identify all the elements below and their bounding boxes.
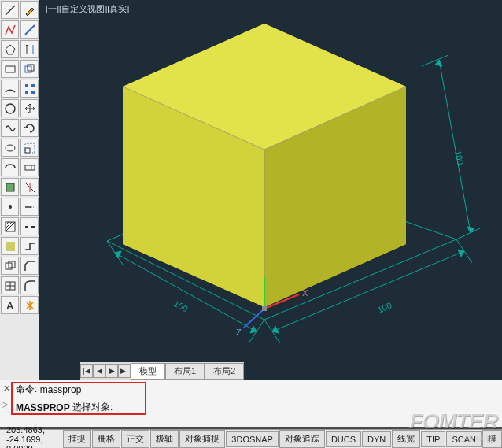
cmd-prompt-icon: ▷ [2,399,13,410]
tool-hatch[interactable] [1,217,19,235]
svg-marker-42 [115,251,121,258]
svg-rect-24 [31,91,35,94]
tool-text[interactable]: A [1,296,19,314]
cmd-text: massprop [40,384,82,395]
svg-marker-1 [6,45,15,54]
tool-rotate[interactable] [20,119,39,137]
tool-mirror[interactable] [20,40,39,58]
svg-point-6 [9,205,12,209]
tool-scale[interactable] [20,139,39,157]
status-lwt[interactable]: 线宽 [392,430,420,448]
command-input-line[interactable]: MASSPROP 选择对象: [0,398,502,417]
tool-rect[interactable] [1,60,19,78]
status-dyn[interactable]: DYN [362,431,391,447]
status-tip[interactable]: TIP [421,431,445,447]
tool-spline[interactable] [1,119,19,137]
tool-region[interactable] [1,257,19,275]
tool-break[interactable] [20,217,39,235]
tool-move[interactable] [20,99,39,117]
tool-column-2 [20,0,39,380]
tool-pline[interactable] [1,20,19,39]
layout-tabs: |◀ ◀ ▶ ▶| 模型 布局1 布局2 [80,362,244,380]
tool-line[interactable] [1,1,19,19]
status-otrack[interactable]: 对象追踪 [279,430,325,448]
tool-block[interactable] [1,178,19,196]
svg-rect-27 [25,165,35,170]
tab-layout1[interactable]: 布局1 [165,363,205,380]
tab-layout2[interactable]: 布局2 [205,363,244,380]
tool-stretch[interactable] [20,158,39,176]
svg-line-0 [6,6,15,15]
svg-line-50 [456,228,480,239]
svg-line-18 [25,25,35,35]
status-ortho[interactable]: 正交 [121,430,149,448]
svg-text:A: A [6,300,14,312]
tool-brush[interactable] [20,1,39,19]
svg-line-51 [439,60,471,233]
command-history: 命令: massprop [0,380,502,398]
tab-nav-next[interactable]: ▶ [105,364,118,378]
coordinates: 205.4863, -24.1699, 0.0000 [0,425,62,449]
svg-marker-53 [467,227,474,233]
tool-column-1: A [0,0,20,380]
dim-vert: 100 [453,150,466,165]
viewport[interactable]: [一][自定义视图][真实] [39,0,502,380]
status-scan[interactable]: SCAN [446,431,482,447]
svg-rect-21 [25,84,28,87]
svg-rect-22 [31,84,35,87]
left-toolbar: A [0,0,39,380]
tab-nav-first[interactable]: |◀ [80,364,93,378]
svg-rect-5 [6,183,14,191]
svg-rect-64 [262,306,267,311]
svg-rect-19 [25,66,31,72]
cmd-bold: MASSPROP [16,402,70,413]
status-ducs[interactable]: DUCS [326,431,361,447]
status-grid[interactable]: 栅格 [92,430,120,448]
tool-polygon[interactable] [1,40,19,58]
status-osnap[interactable]: 对象捕捉 [179,430,225,448]
svg-rect-23 [25,91,28,94]
svg-point-4 [6,145,15,151]
status-polar[interactable]: 极轴 [150,430,179,448]
svg-point-3 [6,104,15,113]
tab-nav-prev[interactable]: ◀ [93,364,105,378]
tool-arc[interactable] [1,80,19,98]
tab-model[interactable]: 模型 [131,363,165,380]
command-area: ✕ ▷ 命令: massprop MASSPROP 选择对象: [0,380,502,427]
tool-circle[interactable] [1,99,19,117]
axis-x: X [302,288,308,298]
svg-rect-11 [6,242,15,251]
tool-array[interactable] [20,80,39,98]
cube-scene: 100 100 100 X Z [39,0,502,380]
status-3dosnap[interactable]: 3DOSNAP [226,431,279,447]
svg-line-8 [6,222,9,225]
status-model[interactable]: 模 [482,430,502,448]
tool-ellipse[interactable] [1,139,19,157]
dim-left: 100 [172,298,190,313]
axis-z: Z [236,328,242,337]
svg-line-9 [6,222,12,228]
tool-chamfer[interactable] [20,257,39,275]
cmd-close-icon[interactable]: ✕ [3,383,13,393]
tool-fillet[interactable] [20,276,39,294]
svg-marker-43 [250,326,257,333]
tool-offset[interactable] [20,60,39,78]
svg-rect-2 [6,66,15,72]
svg-rect-20 [28,65,34,71]
tool-table[interactable] [1,276,19,294]
tool-line2[interactable] [20,20,39,39]
status-bar: 205.4863, -24.1699, 0.0000 捕捉 栅格 正交 极轴 对… [0,429,502,448]
tool-extend[interactable] [20,198,39,216]
status-snap[interactable]: 捕捉 [63,430,91,448]
tool-grad[interactable] [1,237,19,255]
svg-marker-52 [435,60,442,66]
tool-join[interactable] [20,237,39,255]
tool-trim[interactable] [20,178,39,196]
tab-nav-last[interactable]: ▶| [118,364,131,378]
dim-right: 100 [376,300,393,314]
cmd-prefix: 命令: [16,383,37,396]
tool-earc[interactable] [1,158,19,176]
tool-explode[interactable] [20,296,39,314]
cmd-rest: 选择对象: [72,401,113,414]
tool-point[interactable] [1,198,19,216]
